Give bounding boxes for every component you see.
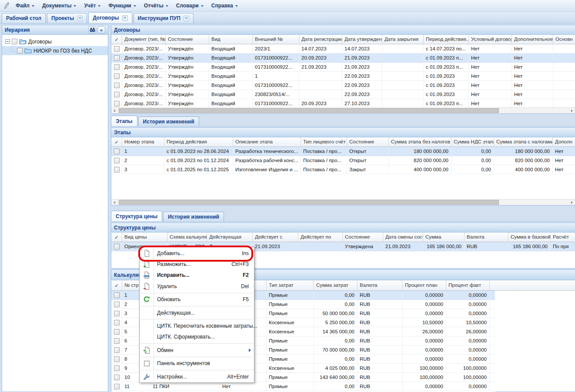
- context-menu-item[interactable]: Панель инструментов: [140, 358, 254, 369]
- column-header[interactable]: Основн: [553, 35, 575, 44]
- close-icon[interactable]: ✕: [184, 16, 189, 21]
- scroll-right-icon[interactable]: [571, 110, 573, 112]
- column-header[interactable]: Действует по: [298, 233, 343, 242]
- tab-Инструкции ПУП[interactable]: Инструкции ПУП✕: [134, 13, 194, 23]
- search-button[interactable]: [88, 26, 96, 33]
- table-row[interactable]: 2с 01.09.2023 по 01.12.2024Разработка ра…: [111, 156, 575, 165]
- row-checkbox[interactable]: [114, 365, 120, 371]
- table-row[interactable]: Договор, 2023/...УтверждёнВходящий017310…: [111, 53, 575, 63]
- table-row[interactable]: 1111 ПКИНетПрямые0,00RUB0,000000,00000: [111, 382, 495, 391]
- menubar-item[interactable]: Функции: [104, 0, 140, 11]
- column-header[interactable]: Номер этапа: [122, 137, 164, 146]
- tree-node-checkbox[interactable]: [17, 48, 23, 53]
- column-header[interactable]: Документ (тип, №: [122, 35, 166, 44]
- table-row[interactable]: 1с 01.09.2023 по 28.06.2024Разработка те…: [111, 147, 575, 156]
- column-header[interactable]: Сумма НДС этапа: [451, 137, 494, 146]
- tree-node-root[interactable]: Договоры: [2, 37, 108, 46]
- row-checkbox[interactable]: [114, 73, 120, 79]
- context-menu-item[interactable]: Добавить...Ins: [140, 248, 254, 259]
- context-menu-item[interactable]: Размножить...Ctrl+F3: [140, 259, 254, 269]
- stages-h-scrollbar[interactable]: [111, 199, 575, 205]
- column-header[interactable]: Валюта: [358, 280, 403, 290]
- column-header[interactable]: Сумма в базовой в: [508, 233, 551, 242]
- column-header[interactable]: ✓: [111, 233, 122, 242]
- column-header[interactable]: Дата закрытия: [382, 35, 424, 44]
- column-header[interactable]: Дополнительное с: [512, 35, 553, 44]
- table-row[interactable]: 3с 01.01.2025 по 01.12.2025Изготовление …: [111, 165, 575, 174]
- column-header[interactable]: Состояние: [343, 233, 383, 242]
- context-menu-item[interactable]: Настройки...Alt+Enter: [140, 371, 254, 382]
- column-header[interactable]: Состояние: [347, 137, 389, 146]
- column-header[interactable]: Тип затрат: [267, 280, 314, 290]
- row-checkbox[interactable]: [114, 158, 120, 163]
- row-checkbox[interactable]: [114, 347, 120, 353]
- column-header[interactable]: ✓: [111, 280, 122, 290]
- row-checkbox[interactable]: [114, 311, 120, 316]
- column-header[interactable]: Состояние: [166, 35, 209, 44]
- column-header[interactable]: Описание этапа: [233, 137, 301, 146]
- menubar-item[interactable]: Отчёты: [140, 0, 172, 11]
- tree-node-checkbox[interactable]: [12, 39, 17, 44]
- tab-Рабочий стол[interactable]: Рабочий стол: [2, 13, 46, 23]
- table-row[interactable]: Договор, 2023/...УтверждёнВходящий2023/1…: [111, 44, 575, 53]
- column-header[interactable]: Дата смены состоя: [383, 233, 423, 242]
- context-menu-item[interactable]: Действующая...: [140, 307, 254, 318]
- section-tab[interactable]: Структура цены: [111, 211, 162, 221]
- collapse-panel-button[interactable]: «: [97, 26, 105, 33]
- row-checkbox[interactable]: [114, 244, 120, 249]
- row-checkbox[interactable]: [114, 320, 120, 326]
- tab-Проекты[interactable]: Проекты✕: [47, 13, 87, 23]
- close-icon[interactable]: ✕: [77, 16, 83, 21]
- column-header[interactable]: Действует с: [253, 233, 298, 242]
- column-header[interactable]: Вид цены: [122, 233, 167, 242]
- menubar-item[interactable]: Учёт: [80, 0, 104, 11]
- context-menu-item[interactable]: УдалитьDel: [140, 281, 254, 292]
- column-header[interactable]: Действующая: [207, 233, 253, 242]
- menubar-item[interactable]: Словари: [172, 0, 207, 11]
- row-checkbox[interactable]: [114, 292, 120, 298]
- column-header[interactable]: Валюта: [465, 233, 508, 242]
- column-header[interactable]: Дата регистрации.: [299, 35, 342, 44]
- column-header[interactable]: Тип лицевого счёт: [301, 137, 347, 146]
- tree-node-child[interactable]: НИОКР по ГОЗ без НДС: [2, 46, 108, 55]
- row-checkbox[interactable]: [114, 356, 120, 362]
- section-tab[interactable]: История изменений: [138, 116, 199, 126]
- context-menu-item[interactable]: Исправить...F2: [140, 270, 254, 281]
- row-checkbox[interactable]: [114, 375, 120, 380]
- collapse-node-icon[interactable]: [5, 39, 10, 44]
- row-checkbox[interactable]: [114, 92, 120, 97]
- close-icon[interactable]: ✕: [122, 15, 128, 21]
- column-header[interactable]: Сумма затрат: [314, 280, 358, 290]
- column-header[interactable]: Сумма этапа без налогов: [389, 137, 451, 146]
- column-header[interactable]: Период действия..: [424, 35, 469, 44]
- row-checkbox[interactable]: [114, 338, 120, 344]
- row-checkbox[interactable]: [114, 83, 120, 88]
- section-tab[interactable]: История изменений: [163, 212, 224, 221]
- scroll-left-icon[interactable]: [114, 110, 115, 112]
- context-menu-item[interactable]: ОбновитьF5: [140, 294, 254, 305]
- table-row[interactable]: Договор, 2023/...УтверждёнВходящий122.09…: [111, 72, 575, 81]
- menubar-item[interactable]: Файл: [12, 0, 38, 11]
- column-header[interactable]: Дата утверждения: [342, 35, 382, 44]
- row-checkbox[interactable]: [114, 55, 120, 61]
- column-header[interactable]: Условный договор: [469, 35, 512, 44]
- table-row[interactable]: Договор, 2023/...УтверждёнВходящий017310…: [111, 63, 575, 72]
- row-checkbox[interactable]: [114, 149, 120, 154]
- row-checkbox[interactable]: [114, 167, 120, 173]
- tab-Договоры[interactable]: Договоры✕: [88, 12, 132, 23]
- column-header[interactable]: ✓: [111, 35, 122, 44]
- scrollbar-thumb[interactable]: [119, 200, 499, 205]
- column-header[interactable]: Процент факт: [446, 280, 490, 290]
- column-header[interactable]: Внешний №: [253, 35, 299, 44]
- section-tab[interactable]: Этапы: [111, 116, 137, 126]
- table-row[interactable]: Договор, 2023/...УтверждёнВходящий230823…: [111, 90, 575, 99]
- row-checkbox[interactable]: [114, 101, 120, 106]
- context-menu-item[interactable]: ЦИТК. Пересчитать косвенные затраты...: [140, 320, 254, 331]
- menubar-item[interactable]: Документы: [38, 0, 80, 11]
- column-header[interactable]: Период действия: [164, 137, 233, 146]
- table-row[interactable]: Договор, 2023/...УтверждёнВходящий017310…: [111, 99, 575, 108]
- column-header[interactable]: Процент план: [403, 280, 446, 290]
- context-menu-item[interactable]: Обмен: [140, 345, 254, 355]
- column-header[interactable]: Сумма: [423, 233, 465, 242]
- column-header[interactable]: ✓: [111, 137, 122, 146]
